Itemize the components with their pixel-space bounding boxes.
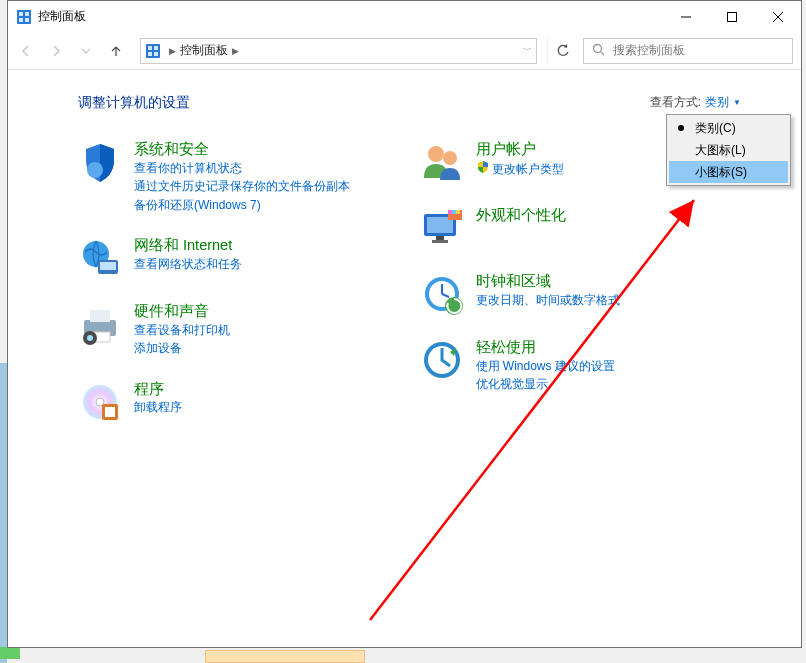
category-right-1: 外观和个性化	[420, 206, 742, 250]
monitor-icon	[420, 206, 464, 250]
up-button[interactable]	[102, 37, 130, 65]
maximize-button[interactable]	[709, 1, 755, 32]
ease-icon	[420, 338, 464, 382]
control-panel-icon	[145, 43, 161, 59]
breadcrumb-separator-icon[interactable]: ▶	[232, 46, 239, 56]
svg-rect-34	[432, 240, 448, 243]
view-by-option-1[interactable]: 大图标(L)	[669, 139, 788, 161]
view-by: 查看方式: 类别 ▼	[650, 94, 741, 111]
svg-rect-21	[90, 310, 110, 322]
category-link[interactable]: 使用 Windows 建议的设置	[476, 358, 615, 375]
category-left-2: 硬件和声音查看设备和打印机添加设备	[78, 302, 400, 358]
category-left-0: 系统和安全查看你的计算机状态通过文件历史记录保存你的文件备份副本备份和还原(Wi…	[78, 140, 400, 214]
category-link[interactable]: 添加设备	[134, 340, 230, 357]
category-title[interactable]: 系统和安全	[134, 140, 350, 159]
view-by-dropdown: 类别(C)大图标(L)小图标(S)	[666, 114, 791, 186]
search-input[interactable]: 搜索控制面板	[583, 38, 793, 64]
svg-point-29	[428, 146, 444, 162]
page-heading: 调整计算机的设置	[78, 94, 741, 112]
svg-rect-1	[19, 12, 23, 16]
svg-point-16	[87, 162, 103, 178]
titlebar: 控制面板	[8, 1, 801, 32]
category-right-3: 轻松使用使用 Windows 建议的设置优化视觉显示	[420, 338, 742, 394]
clock-icon	[420, 272, 464, 316]
category-title[interactable]: 用户帐户	[476, 140, 564, 159]
svg-rect-11	[154, 46, 158, 50]
breadcrumb-root[interactable]: 控制面板	[180, 42, 228, 59]
svg-rect-12	[148, 52, 152, 56]
view-by-option-2[interactable]: 小图标(S)	[669, 161, 788, 183]
back-button[interactable]	[12, 37, 40, 65]
svg-rect-6	[728, 12, 737, 21]
category-title[interactable]: 硬件和声音	[134, 302, 230, 321]
category-right-2: 时钟和区域更改日期、时间或数字格式	[420, 272, 742, 316]
category-left-1: 网络和 Internet查看网络状态和任务	[78, 236, 400, 280]
category-link[interactable]: 更改日期、时间或数字格式	[476, 292, 620, 309]
recent-locations-button[interactable]	[72, 37, 100, 65]
category-title[interactable]: 时钟和区域	[476, 272, 620, 291]
chevron-down-icon[interactable]: ▼	[733, 98, 741, 107]
breadcrumb-separator-icon[interactable]: ▶	[169, 46, 176, 56]
uac-shield-icon	[476, 160, 490, 179]
svg-rect-10	[148, 46, 152, 50]
svg-rect-38	[456, 210, 460, 214]
category-left-3: 程序卸载程序	[78, 380, 400, 424]
view-by-value[interactable]: 类别	[705, 94, 729, 111]
toolbar: ▶ 控制面板 ▶ ﹀ 搜索控制面板	[8, 32, 801, 70]
control-panel-window: 控制面板 ▶ 控制面板 ▶ ﹀ 搜索控制面板 调整计算机的设置 查看方式:	[7, 0, 802, 648]
category-title[interactable]: 外观和个性化	[476, 206, 566, 225]
users-icon	[420, 140, 464, 184]
address-bar[interactable]: ▶ 控制面板 ▶ ﹀	[140, 38, 537, 64]
category-title[interactable]: 轻松使用	[476, 338, 615, 357]
category-link[interactable]: 查看网络状态和任务	[134, 256, 242, 273]
globe-icon	[78, 236, 122, 280]
category-title[interactable]: 网络和 Internet	[134, 236, 242, 255]
svg-rect-4	[25, 18, 29, 22]
category-title[interactable]: 程序	[134, 380, 182, 399]
svg-rect-13	[154, 52, 158, 56]
window-title: 控制面板	[38, 8, 86, 25]
svg-rect-2	[25, 12, 29, 16]
minimize-button[interactable]	[663, 1, 709, 32]
svg-rect-19	[100, 262, 116, 270]
view-by-option-0[interactable]: 类别(C)	[669, 117, 788, 139]
category-link[interactable]: 查看设备和打印机	[134, 322, 230, 339]
category-link[interactable]: 优化视觉显示	[476, 376, 615, 393]
category-link[interactable]: 查看你的计算机状态	[134, 160, 350, 177]
search-icon	[592, 42, 605, 60]
printer-icon	[78, 302, 122, 346]
svg-point-14	[594, 44, 602, 52]
shield-icon	[78, 140, 122, 184]
view-by-label: 查看方式:	[650, 94, 701, 111]
svg-rect-28	[105, 407, 115, 417]
svg-rect-3	[19, 18, 23, 22]
category-link[interactable]: 备份和还原(Windows 7)	[134, 197, 350, 214]
category-link[interactable]: 更改帐户类型	[476, 160, 564, 179]
close-button[interactable]	[755, 1, 801, 32]
svg-point-24	[87, 335, 93, 341]
refresh-button[interactable]	[547, 38, 577, 64]
svg-point-30	[443, 151, 457, 165]
address-dropdown-button[interactable]: ﹀	[523, 44, 532, 57]
svg-rect-33	[436, 236, 444, 240]
search-placeholder: 搜索控制面板	[613, 42, 685, 59]
svg-rect-37	[452, 210, 456, 214]
control-panel-icon	[16, 9, 32, 25]
forward-button[interactable]	[42, 37, 70, 65]
cd-icon	[78, 380, 122, 424]
svg-rect-36	[448, 210, 452, 214]
category-link[interactable]: 通过文件历史记录保存你的文件备份副本	[134, 178, 350, 195]
svg-line-15	[601, 51, 605, 55]
category-link[interactable]: 卸载程序	[134, 399, 182, 416]
